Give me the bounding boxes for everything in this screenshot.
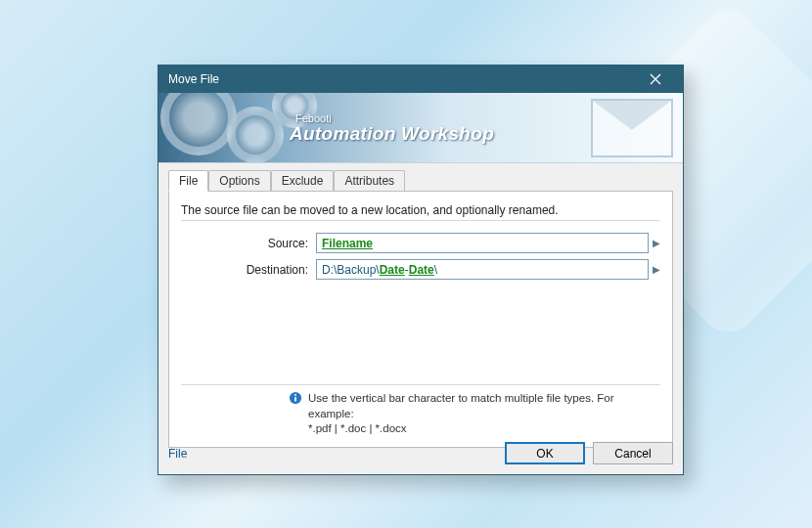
source-expand-icon[interactable]: ▶ [649, 238, 660, 248]
tab-exclude[interactable]: Exclude [271, 170, 335, 192]
destination-input[interactable]: D:\Backup\Date-Date\ [316, 259, 649, 280]
destination-var2: Date [409, 263, 434, 277]
hint-line1: Use the vertical bar character to match … [308, 391, 660, 421]
svg-rect-3 [294, 398, 296, 402]
destination-row: Destination: D:\Backup\Date-Date\ ▶ [181, 259, 660, 280]
destination-suffix: \ [434, 263, 437, 277]
source-label: Source: [181, 237, 316, 250]
info-icon [289, 391, 302, 405]
tab-file[interactable]: File [168, 170, 208, 192]
footer: File OK Cancel [168, 442, 673, 464]
envelope-icon [591, 99, 673, 157]
destination-var1: Date [380, 263, 405, 277]
ok-button[interactable]: OK [505, 442, 585, 464]
banner-title: Automation Workshop [290, 124, 494, 143]
source-variable: Filename [322, 237, 373, 250]
source-row: Source: Filename ▶ [181, 233, 660, 253]
hint-area: Use the vertical bar character to match … [181, 384, 660, 437]
destination-expand-icon[interactable]: ▶ [649, 264, 660, 275]
hint-line2: *.pdf | *.doc | *.docx [308, 421, 660, 437]
close-icon [650, 73, 661, 85]
destination-prefix: D:\Backup\ [322, 263, 380, 277]
banner: Febooti Automation Workshop [158, 93, 683, 163]
window-title: Move File [168, 72, 636, 86]
cancel-button[interactable]: Cancel [593, 442, 673, 464]
destination-label: Destination: [181, 263, 316, 277]
source-input[interactable]: Filename [316, 233, 649, 253]
tab-strip: File Options Exclude Attributes [168, 170, 673, 192]
tab-attributes[interactable]: Attributes [334, 170, 405, 192]
panel-description: The source file can be moved to a new lo… [181, 199, 660, 221]
svg-point-4 [294, 394, 296, 396]
titlebar: Move File [158, 66, 683, 93]
body-area: File Options Exclude Attributes The sour… [158, 163, 683, 456]
help-link[interactable]: File [168, 447, 187, 461]
gear-icon [160, 93, 237, 155]
close-button[interactable] [636, 67, 675, 91]
tab-panel-file: The source file can be moved to a new lo… [168, 191, 673, 448]
banner-text: Febooti Automation Workshop [290, 112, 494, 143]
move-file-dialog: Move File Febooti Automation Workshop Fi… [158, 65, 684, 475]
tab-options[interactable]: Options [208, 170, 270, 192]
